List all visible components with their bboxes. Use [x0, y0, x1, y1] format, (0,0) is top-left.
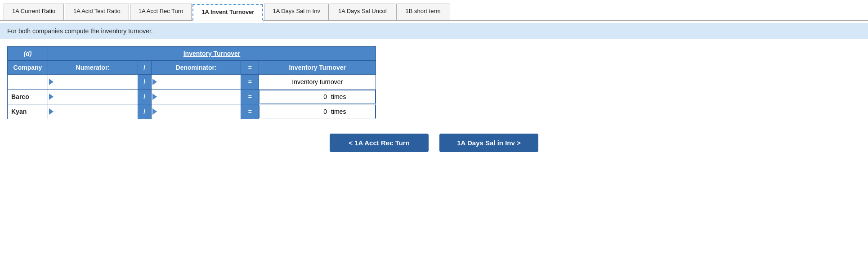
col-headers-row: Company Numerator: / Denominator: = Inve… — [8, 60, 376, 74]
instruction-text: For both companies compute the inventory… — [7, 27, 153, 35]
tab-current-ratio[interactable]: 1A Current Ratio — [4, 4, 64, 20]
prev-button[interactable]: < 1A Acct Rec Turn — [330, 134, 429, 152]
next-button[interactable]: 1A Days Sal in Inv > — [439, 134, 538, 152]
denominator-input-2[interactable] — [155, 107, 237, 116]
result-unit-2: times — [329, 105, 375, 118]
tab-short-term[interactable]: 1B short term — [396, 4, 450, 20]
table-row: /=Inventory turnover — [8, 74, 376, 89]
col-header-company: Company — [8, 60, 48, 74]
tab-days-sal-inv[interactable]: 1A Days Sal in Inv — [264, 4, 329, 20]
denominator-input-1[interactable] — [155, 92, 237, 101]
main-table: (d) Inventory Turnover Company Numerator… — [7, 46, 376, 119]
numerator-input-1[interactable] — [52, 92, 134, 101]
table-title-row: (d) Inventory Turnover — [8, 46, 376, 60]
col-header-slash: / — [138, 60, 151, 74]
equals-cell-2: = — [241, 104, 259, 119]
slash-cell-1: / — [138, 89, 151, 104]
table-title-text: Inventory Turnover — [183, 50, 241, 57]
result-value-1: 0 — [260, 90, 329, 103]
tab-days-sal-uncol[interactable]: 1A Days Sal Uncol — [330, 4, 395, 20]
denominator-cell-2[interactable] — [151, 104, 241, 119]
numerator-cell-2[interactable] — [48, 104, 138, 119]
section-label: (d) — [8, 46, 48, 60]
denominator-input-0[interactable] — [155, 77, 237, 86]
col-header-result: Inventory Turnover — [259, 60, 376, 74]
col-header-numerator: Numerator: — [48, 60, 138, 74]
numerator-input-2[interactable] — [52, 107, 134, 116]
table-row: Barco/=0times — [8, 89, 376, 104]
table-title: Inventory Turnover — [48, 46, 376, 60]
result-unit-1: times — [329, 90, 375, 103]
tabs-container: 1A Current Ratio1A Acid Test Ratio1A Acc… — [0, 0, 868, 21]
slash-cell-2: / — [138, 104, 151, 119]
company-cell-1: Barco — [8, 89, 48, 104]
result-text-cell-0: Inventory turnover — [259, 74, 376, 89]
tab-acid-test[interactable]: 1A Acid Test Ratio — [65, 4, 129, 20]
tab-acct-rec-turn[interactable]: 1A Acct Rec Turn — [130, 4, 192, 20]
table-wrapper: (d) Inventory Turnover Company Numerator… — [0, 39, 868, 126]
instruction-banner: For both companies compute the inventory… — [0, 23, 868, 39]
numerator-cell-0[interactable] — [48, 74, 138, 89]
company-cell-2: Kyan — [8, 104, 48, 119]
result-cell-1: 0times — [259, 89, 376, 104]
result-value-2: 0 — [260, 105, 329, 118]
tab-invent-turnover[interactable]: 1A Invent Turnover — [192, 4, 263, 21]
numerator-cell-1[interactable] — [48, 89, 138, 104]
col-header-denominator: Denominator: — [151, 60, 241, 74]
equals-cell-1: = — [241, 89, 259, 104]
company-cell-0 — [8, 74, 48, 89]
denominator-cell-0[interactable] — [151, 74, 241, 89]
numerator-input-0[interactable] — [52, 77, 134, 86]
result-cell-2: 0times — [259, 104, 376, 119]
equals-cell-0: = — [241, 74, 259, 89]
table-row: Kyan/=0times — [8, 104, 376, 119]
denominator-cell-1[interactable] — [151, 89, 241, 104]
nav-buttons: < 1A Acct Rec Turn 1A Days Sal in Inv > — [0, 126, 868, 161]
col-header-equals: = — [241, 60, 259, 74]
slash-cell-0: / — [138, 74, 151, 89]
